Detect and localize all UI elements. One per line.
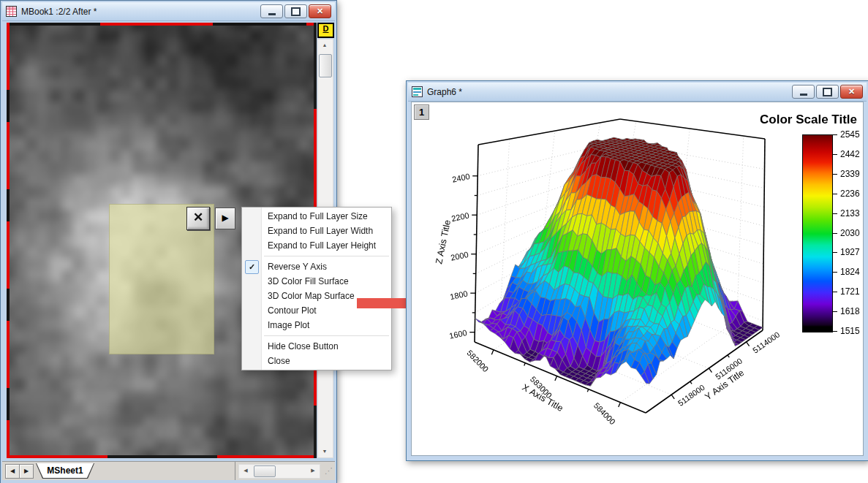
- menu-item-label: Expand to Full Layer Height: [268, 240, 376, 251]
- horizontal-scrollbar-thumb[interactable]: [254, 465, 276, 477]
- mbook1-title-bar[interactable]: MBook1 :2/2 After * ✕: [2, 2, 335, 21]
- menu-item-label: Hide Close Button: [268, 341, 339, 351]
- color-scale-label: 2442: [840, 149, 860, 159]
- menu-separator: [264, 256, 389, 256]
- color-scale-tick: [832, 194, 837, 194]
- menu-item-label: Image Plot: [268, 320, 309, 330]
- layer-close-button[interactable]: ✕: [186, 207, 210, 230]
- menu-item-label: Close: [268, 356, 290, 366]
- color-scale-tick: [832, 213, 837, 214]
- color-scale-label: 2545: [840, 129, 860, 140]
- color-scale-tick: [832, 292, 837, 292]
- minimize-icon: [800, 94, 807, 96]
- restore-button[interactable]: [284, 4, 307, 18]
- color-scale-tick: [832, 154, 837, 155]
- scroll-right-button[interactable]: ▶: [306, 465, 320, 476]
- color-scale-label: 2236: [840, 189, 860, 199]
- color-scale-bar: [802, 134, 833, 332]
- color-scale-label: 1824: [840, 267, 860, 277]
- color-scale-title: Color Scale Title: [623, 113, 857, 127]
- layer-1-button[interactable]: 1: [414, 104, 429, 120]
- color-scale-tick: [832, 134, 837, 135]
- scroll-left-button[interactable]: ◀: [239, 465, 252, 476]
- color-scale-label: 1721: [840, 286, 860, 297]
- color-scale-tick: [832, 311, 837, 312]
- menu-item-label: Expand to Full Layer Size: [268, 211, 368, 221]
- color-scale-label: 1515: [840, 326, 860, 336]
- selection-marquee-top: [7, 23, 317, 26]
- menu-item-expand-to-full-layer-height[interactable]: Expand to Full Layer Height: [242, 238, 391, 253]
- window-graph6: Graph6 * ✕ 1 Color Scale Title 254524422…: [406, 80, 868, 461]
- color-scale-tick: [832, 331, 837, 332]
- tab-nav-left-button[interactable]: ◀: [5, 464, 20, 479]
- menu-item-3d-color-fill-surface[interactable]: 3D Color Fill Surface: [242, 274, 391, 289]
- restore-icon: [291, 7, 301, 16]
- menu-item-hide-close-button[interactable]: Hide Close Button: [242, 339, 391, 354]
- graph-icon: [412, 86, 423, 97]
- color-scale-label: 1618: [840, 306, 860, 316]
- tab-nav-right-button[interactable]: ▶: [19, 464, 34, 479]
- graph6-title-bar[interactable]: Graph6 * ✕: [408, 83, 867, 102]
- color-scale-tick: [832, 252, 837, 253]
- graph-page: 1 Color Scale Title 25452442233922362133…: [411, 102, 864, 456]
- graph6-title: Graph6 *: [427, 87, 792, 97]
- minimize-icon: [268, 13, 276, 15]
- restore-icon: [823, 88, 832, 96]
- menu-item-close[interactable]: Close: [242, 354, 391, 368]
- close-button[interactable]: ✕: [309, 4, 331, 18]
- screenshot-stage: MBook1 :2/2 After * ✕ D ▲ ▼ ◀ ▶ MSheet1: [0, 0, 868, 483]
- color-scale-tick: [832, 272, 837, 273]
- color-scale-tick: [832, 233, 837, 234]
- close-icon: ✕: [848, 88, 855, 96]
- menu-item-label: Reverse Y Axis: [268, 262, 327, 272]
- vertical-scrollbar-thumb[interactable]: [319, 54, 332, 77]
- color-scale-label: 1927: [840, 247, 860, 257]
- close-icon: ✕: [317, 7, 323, 15]
- minimize-button[interactable]: [792, 85, 815, 99]
- context-menu-list: Expand to Full Layer SizeExpand to Full …: [242, 209, 391, 368]
- sheet-tab-bar: ◀ ▶ MSheet1 ◀ ▶ ⋰: [2, 461, 335, 480]
- color-scale-label: 2030: [840, 228, 860, 238]
- sheet-tab-label: MSheet1: [37, 463, 94, 478]
- selection-marquee-bottom: [7, 455, 317, 458]
- check-icon: ✓: [245, 260, 259, 274]
- menu-separator: [264, 335, 389, 336]
- footer-divider: [235, 462, 235, 480]
- sheet-tab-msheet1[interactable]: MSheet1: [36, 463, 94, 479]
- horizontal-scrollbar[interactable]: ◀ ▶: [238, 464, 320, 479]
- menu-item-label: Expand to Full Layer Width: [268, 226, 373, 236]
- menu-item-label: 3D Color Map Surface: [268, 291, 355, 301]
- color-scale-label: 2133: [840, 208, 860, 218]
- surface-plot-canvas: [412, 102, 863, 455]
- color-scale-label: 2339: [840, 169, 860, 179]
- menu-item-expand-to-full-layer-width[interactable]: Expand to Full Layer Width: [242, 224, 391, 238]
- mbook1-title: MBook1 :2/2 After *: [21, 7, 260, 17]
- layer-expand-button[interactable]: ▶: [215, 208, 235, 229]
- context-menu: Expand to Full Layer SizeExpand to Full …: [241, 207, 392, 370]
- matrix-book-icon: [6, 6, 17, 17]
- menu-item-label: 3D Color Fill Surface: [268, 276, 349, 286]
- menu-item-image-plot[interactable]: Image Plot: [242, 318, 391, 332]
- scroll-up-button[interactable]: ▲: [318, 39, 331, 51]
- resize-grip-icon[interactable]: ⋰: [325, 466, 333, 476]
- menu-item-expand-to-full-layer-size[interactable]: Expand to Full Layer Size: [242, 209, 391, 224]
- menu-item-reverse-y-axis[interactable]: ✓Reverse Y Axis: [242, 259, 391, 274]
- data-mode-indicator[interactable]: D: [317, 23, 334, 38]
- selection-marquee-left: [7, 23, 10, 458]
- scroll-down-button[interactable]: ▼: [318, 446, 331, 457]
- close-button[interactable]: ✕: [840, 85, 863, 99]
- menu-item-label: Contour Plot: [268, 305, 317, 316]
- color-scale-tick: [832, 174, 837, 175]
- minimize-button[interactable]: [260, 4, 283, 18]
- restore-button[interactable]: [816, 85, 839, 99]
